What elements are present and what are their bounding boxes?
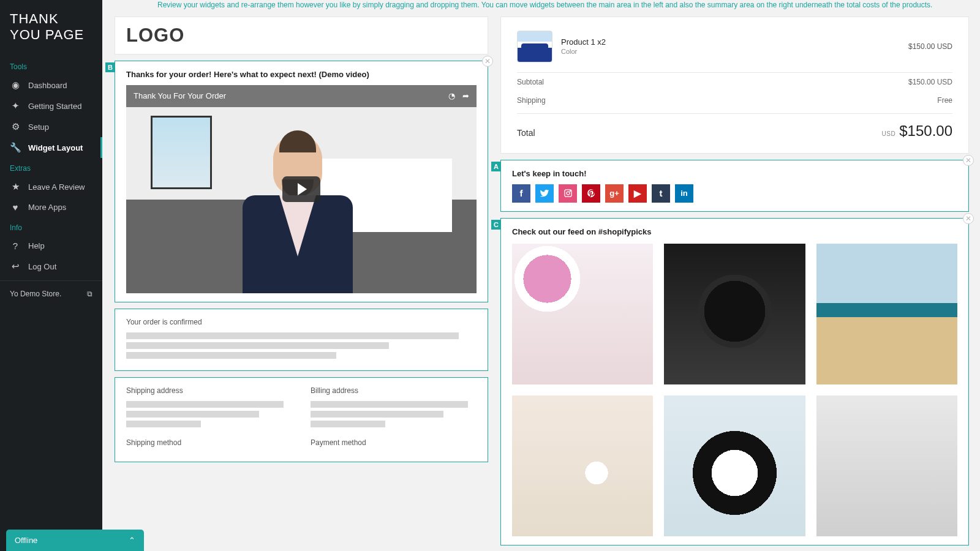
nav-more-apps[interactable]: ♥ More Apps — [0, 197, 102, 217]
summary-area: Product 1 x2 Color $150.00 USD Subtotal … — [500, 17, 969, 546]
section-tools: Tools — [0, 56, 102, 75]
intro-text: Review your widgets and re-arrange them … — [102, 0, 980, 17]
widget-video[interactable]: B ✕ Thanks for your order! Here's what t… — [115, 61, 488, 302]
pinterest-icon[interactable] — [582, 184, 600, 203]
nav-setup[interactable]: ⚙ Setup — [0, 116, 102, 137]
order-summary: Product 1 x2 Color $150.00 USD Subtotal … — [500, 17, 969, 154]
main-area: LOGO B ✕ Thanks for your order! Here's w… — [115, 17, 488, 546]
widget-tag: B — [105, 62, 115, 72]
total-currency: USD — [882, 130, 896, 137]
nav-widget-layout[interactable]: 🔧 Widget Layout — [0, 137, 102, 158]
youtube-icon[interactable]: ▶ — [628, 184, 647, 203]
nav-leave-review[interactable]: ★ Leave A Review — [0, 176, 102, 197]
shipping-method-label: Shipping method — [126, 438, 292, 447]
feed-tile[interactable] — [512, 395, 653, 536]
shipping-row: Shipping Free — [517, 91, 952, 110]
logo-placeholder: LOGO — [115, 17, 488, 54]
nav-label: More Apps — [28, 203, 66, 212]
store-name: Yo Demo Store. — [10, 290, 61, 298]
video-title: Thank You For Your Order — [134, 91, 226, 100]
widget-close-button[interactable]: ✕ — [482, 56, 493, 67]
product-price: $150.00 USD — [908, 42, 952, 51]
widget-close-button[interactable]: ✕ — [963, 155, 974, 166]
nav-getting-started[interactable]: ✦ Getting Started — [0, 96, 102, 116]
widget-tag: A — [491, 162, 501, 171]
widget-social[interactable]: A ✕ Let's keep in touch! f g+ ▶ t in — [500, 160, 969, 212]
social-icons: f g+ ▶ t in — [512, 184, 957, 203]
feed-tile[interactable] — [664, 395, 805, 536]
video-player[interactable]: Thank You For Your Order ◔ ➦ — [126, 85, 477, 293]
subtotal-label: Subtotal — [517, 78, 544, 86]
widget-feed[interactable]: C ✕ Check out our feed on #shopifypicks — [500, 218, 969, 546]
section-extras: Extras — [0, 158, 102, 176]
shipping-label: Shipping — [517, 96, 546, 105]
nav-label: Help — [28, 241, 45, 250]
widget-tag: C — [491, 220, 501, 230]
section-info: Info — [0, 217, 102, 236]
product-thumb — [517, 31, 552, 62]
gear-icon: ⚙ — [10, 121, 21, 132]
total-row: Total USD$150.00 — [517, 113, 952, 140]
instagram-feed — [512, 244, 957, 537]
facebook-icon[interactable]: f — [512, 184, 530, 203]
offline-label: Offline — [15, 536, 37, 545]
total-label: Total — [517, 128, 535, 138]
nav-log-out[interactable]: ↩ Log Out — [0, 256, 102, 277]
product-row: Product 1 x2 Color $150.00 USD — [517, 31, 952, 73]
nav-label: Log Out — [28, 262, 56, 271]
external-link-icon: ⧉ — [87, 290, 92, 298]
tumblr-icon[interactable]: t — [652, 184, 670, 203]
nav-label: Leave A Review — [28, 182, 85, 192]
product-variant: Color — [561, 48, 900, 55]
nav-dashboard[interactable]: ◉ Dashboard — [0, 75, 102, 96]
subtotal-row: Subtotal $150.00 USD — [517, 73, 952, 91]
panel-addresses[interactable]: Shipping address Shipping method Billing… — [115, 377, 488, 462]
video-header: Thank You For Your Order ◔ ➦ — [126, 85, 477, 107]
nav-label: Setup — [28, 122, 49, 132]
total-value: $150.00 — [899, 122, 952, 139]
chevron-up-icon: ⌃ — [129, 536, 135, 545]
shipping-value: Free — [937, 96, 952, 105]
nav-help[interactable]: ? Help — [0, 236, 102, 256]
nav-label: Dashboard — [28, 81, 67, 90]
feed-tile[interactable] — [512, 244, 653, 384]
instagram-icon[interactable] — [559, 184, 577, 203]
shipping-address-label: Shipping address — [126, 386, 292, 395]
widget-close-button[interactable]: ✕ — [963, 213, 974, 224]
feed-tile[interactable] — [816, 244, 957, 384]
nav-label: Widget Layout — [28, 143, 83, 152]
product-name: Product 1 x2 — [561, 37, 900, 47]
star-icon: ★ — [10, 181, 21, 192]
canvas: Review your widgets and re-arrange them … — [102, 0, 980, 551]
watch-later-icon[interactable]: ◔ — [448, 91, 455, 100]
panel-order-confirmed[interactable]: Your order is confirmed — [115, 309, 488, 371]
play-button[interactable] — [282, 176, 320, 202]
sidebar: THANK YOU PAGE Tools ◉ Dashboard ✦ Getti… — [0, 0, 102, 551]
store-link[interactable]: Yo Demo Store. ⧉ — [0, 280, 102, 307]
svg-point-1 — [567, 192, 570, 195]
wrench-icon: 🔧 — [10, 142, 21, 153]
heart-icon: ♥ — [10, 202, 21, 212]
linkedin-icon[interactable]: in — [675, 184, 693, 203]
widget-title: Thanks for your order! Here's what to ex… — [126, 70, 477, 79]
gauge-icon: ◉ — [10, 80, 21, 91]
undo-icon: ↩ — [10, 261, 21, 272]
brand-title: THANK YOU PAGE — [0, 0, 102, 56]
widget-title: Check out our feed on #shopifypicks — [512, 227, 957, 236]
question-icon: ? — [10, 241, 21, 251]
share-icon[interactable]: ➦ — [462, 91, 469, 100]
twitter-icon[interactable] — [535, 184, 554, 203]
payment-method-label: Payment method — [311, 438, 477, 447]
billing-address-label: Billing address — [311, 386, 477, 395]
feed-tile[interactable] — [664, 244, 805, 384]
googleplus-icon[interactable]: g+ — [605, 184, 624, 203]
feed-tile[interactable] — [816, 395, 957, 536]
svg-point-2 — [570, 191, 570, 192]
offline-chat-tab[interactable]: Offline ⌃ — [6, 530, 144, 551]
widget-title: Let's keep in touch! — [512, 169, 957, 178]
nav-label: Getting Started — [28, 102, 81, 111]
rocket-icon: ✦ — [10, 100, 21, 111]
panel-title: Your order is confirmed — [126, 318, 477, 326]
subtotal-value: $150.00 USD — [908, 78, 952, 86]
